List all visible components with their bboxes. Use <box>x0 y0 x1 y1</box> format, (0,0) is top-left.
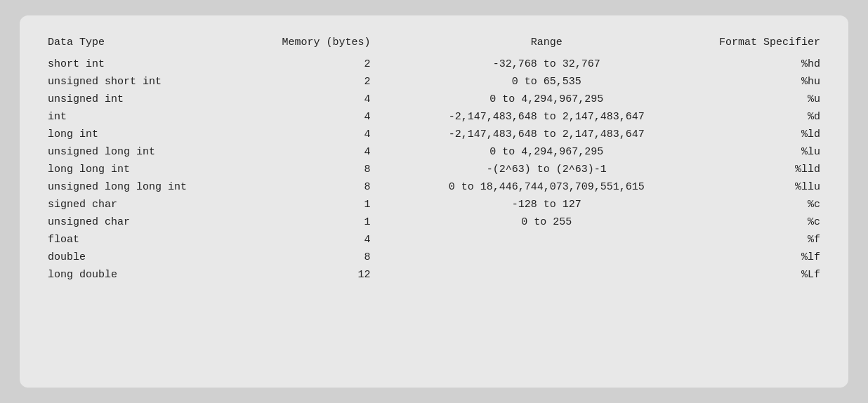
cell-type: unsigned long int <box>42 143 237 161</box>
table-row: signed char1-128 to 127%c <box>42 196 826 213</box>
cell-range: 0 to 4,294,967,295 <box>413 143 680 161</box>
cell-type: unsigned char <box>42 213 237 231</box>
col-header-type: Data Type <box>42 32 237 55</box>
cell-format: %Lf <box>680 266 826 284</box>
cell-memory: 8 <box>237 178 413 196</box>
cell-format: %lu <box>680 143 826 161</box>
cell-memory: 1 <box>237 196 413 213</box>
cell-format: %hu <box>680 73 826 91</box>
cell-type: long int <box>42 126 237 143</box>
cell-type: unsigned int <box>42 91 237 108</box>
col-header-format: Format Specifier <box>680 32 826 55</box>
table-container: Data Type Memory (bytes) Range Format Sp… <box>20 15 848 388</box>
cell-memory: 12 <box>237 266 413 284</box>
cell-type: double <box>42 249 237 266</box>
cell-type: int <box>42 108 237 126</box>
data-types-table: Data Type Memory (bytes) Range Format Sp… <box>42 32 826 284</box>
cell-format: %c <box>680 213 826 231</box>
table-row: long int4-2,147,483,648 to 2,147,483,647… <box>42 126 826 143</box>
cell-range: 0 to 18,446,744,073,709,551,615 <box>413 178 680 196</box>
cell-type: unsigned short int <box>42 73 237 91</box>
cell-format: %ld <box>680 126 826 143</box>
cell-memory: 8 <box>237 249 413 266</box>
table-row: unsigned short int20 to 65,535%hu <box>42 73 826 91</box>
cell-range: -2,147,483,648 to 2,147,483,647 <box>413 108 680 126</box>
table-row: unsigned char10 to 255%c <box>42 213 826 231</box>
table-row: long double12%Lf <box>42 266 826 284</box>
cell-type: short int <box>42 55 237 73</box>
cell-format: %lf <box>680 249 826 266</box>
table-row: int4-2,147,483,648 to 2,147,483,647%d <box>42 108 826 126</box>
table-row: unsigned long int40 to 4,294,967,295%lu <box>42 143 826 161</box>
cell-format: %d <box>680 108 826 126</box>
cell-range <box>413 249 680 266</box>
cell-memory: 4 <box>237 126 413 143</box>
cell-type: float <box>42 231 237 249</box>
cell-memory: 4 <box>237 143 413 161</box>
cell-format: %llu <box>680 178 826 196</box>
cell-range: 0 to 255 <box>413 213 680 231</box>
cell-range: 0 to 65,535 <box>413 73 680 91</box>
cell-type: signed char <box>42 196 237 213</box>
cell-format: %f <box>680 231 826 249</box>
cell-range: 0 to 4,294,967,295 <box>413 91 680 108</box>
table-row: short int2-32,768 to 32,767%hd <box>42 55 826 73</box>
cell-memory: 1 <box>237 213 413 231</box>
table-header-row: Data Type Memory (bytes) Range Format Sp… <box>42 32 826 55</box>
cell-format: %u <box>680 91 826 108</box>
cell-range <box>413 266 680 284</box>
cell-memory: 4 <box>237 91 413 108</box>
cell-memory: 2 <box>237 73 413 91</box>
cell-type: long long int <box>42 161 237 178</box>
table-row: float4%f <box>42 231 826 249</box>
table-row: double8%lf <box>42 249 826 266</box>
cell-range <box>413 231 680 249</box>
table-row: long long int8-(2^63) to (2^63)-1%lld <box>42 161 826 178</box>
cell-range: -2,147,483,648 to 2,147,483,647 <box>413 126 680 143</box>
cell-memory: 2 <box>237 55 413 73</box>
cell-range: -32,768 to 32,767 <box>413 55 680 73</box>
cell-format: %lld <box>680 161 826 178</box>
cell-memory: 4 <box>237 231 413 249</box>
cell-range: -128 to 127 <box>413 196 680 213</box>
cell-type: unsigned long long int <box>42 178 237 196</box>
table-row: unsigned long long int80 to 18,446,744,0… <box>42 178 826 196</box>
cell-format: %hd <box>680 55 826 73</box>
col-header-memory: Memory (bytes) <box>237 32 413 55</box>
col-header-range: Range <box>413 32 680 55</box>
cell-range: -(2^63) to (2^63)-1 <box>413 161 680 178</box>
table-row: unsigned int40 to 4,294,967,295%u <box>42 91 826 108</box>
cell-memory: 8 <box>237 161 413 178</box>
cell-type: long double <box>42 266 237 284</box>
cell-memory: 4 <box>237 108 413 126</box>
cell-format: %c <box>680 196 826 213</box>
